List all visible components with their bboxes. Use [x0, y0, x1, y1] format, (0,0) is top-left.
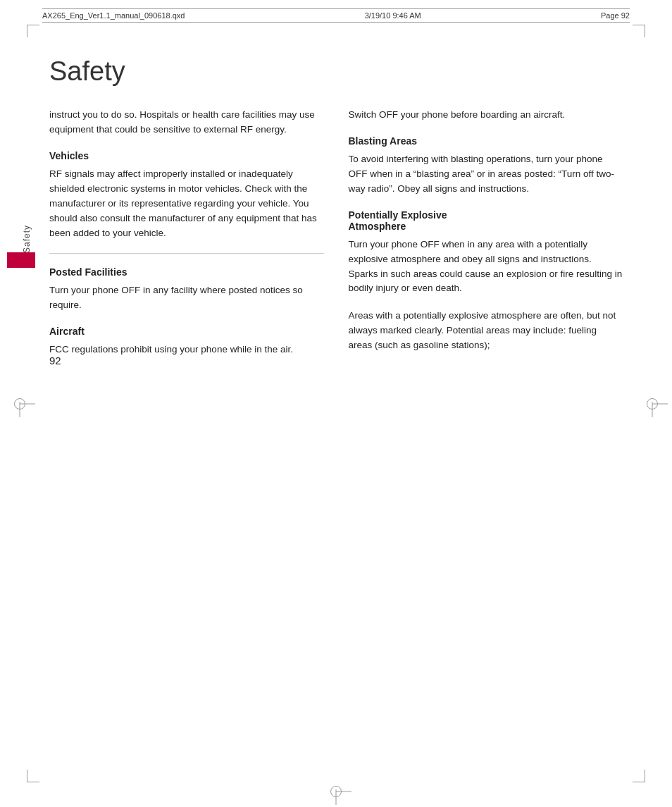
page-container: AX265_Eng_Ver1.1_manual_090618.qxd 3/19/… [0, 0, 672, 807]
vehicles-text: RF signals may affect improperly install… [49, 167, 324, 241]
posted-text: Turn your phone OFF in any facility wher… [49, 283, 324, 313]
explosive-heading-line2: Atmosphere [349, 221, 406, 232]
corner-mark-tr-v [645, 25, 645, 37]
header-page-label: Page 92 [601, 11, 630, 20]
header-datetime: 3/19/10 9:46 AM [365, 11, 421, 20]
two-column-layout: Safety instruct you to do so. Hospitals … [49, 108, 623, 370]
aircraft-cont-text: Switch OFF your phone before boarding an… [349, 108, 623, 123]
explosive-text1: Turn your phone OFF when in any area wit… [349, 238, 623, 297]
right-column: Switch OFF your phone before boarding an… [349, 108, 623, 370]
corner-mark-br-v [645, 770, 645, 782]
explosive-heading: Potentially Explosive Atmosphere [349, 209, 623, 232]
corner-mark-tl-v [27, 25, 27, 37]
corner-mark-tr-h [633, 25, 645, 25]
corner-mark-br-h [633, 782, 645, 782]
content-area: Safety Safety instruct you to do so. Hos… [49, 46, 623, 765]
blasting-text: To avoid interfering with blasting opera… [349, 152, 623, 197]
aircraft-text: FCC regulations prohibit using your phon… [49, 343, 324, 357]
intro-text: instruct you to do so. Hospitals or heal… [49, 108, 324, 137]
corner-mark-bl-v [27, 770, 27, 782]
vehicles-heading: Vehicles [49, 150, 324, 161]
aircraft-heading: Aircraft [49, 326, 324, 337]
corner-mark-tl-h [27, 25, 39, 25]
page-title: Safety [49, 56, 623, 87]
sidebar-label: Safety [22, 225, 32, 253]
posted-heading: Posted Facilities [49, 266, 324, 278]
divider-1 [49, 253, 324, 254]
page-number: 92 [49, 355, 61, 366]
explosive-heading-line1: Potentially Explosive [349, 209, 447, 221]
blasting-heading: Blasting Areas [349, 135, 623, 147]
header-bar: AX265_Eng_Ver1.1_manual_090618.qxd 3/19/… [42, 8, 630, 23]
corner-mark-bl-h [27, 782, 39, 782]
left-column: Safety instruct you to do so. Hospitals … [49, 108, 324, 370]
sidebar-red-block [7, 252, 35, 268]
explosive-text2: Areas with a potentially explosive atmos… [349, 309, 623, 353]
header-filename: AX265_Eng_Ver1.1_manual_090618.qxd [42, 11, 185, 20]
